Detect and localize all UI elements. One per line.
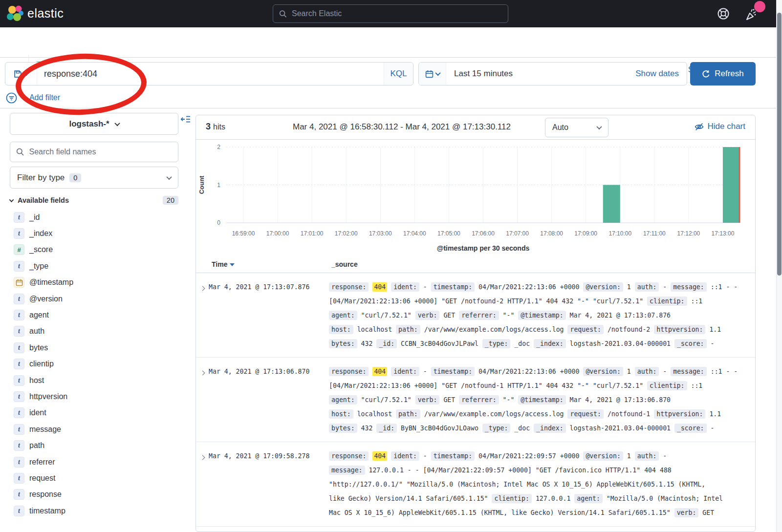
- field-name: auth: [29, 327, 44, 336]
- field-item-host[interactable]: thost: [10, 372, 178, 388]
- text-field-icon: t: [14, 391, 24, 402]
- histogram-bar[interactable]: [723, 147, 740, 223]
- field-name-chip: @version:: [583, 367, 623, 376]
- field-item-@version[interactable]: t@version: [10, 291, 178, 307]
- x-tick-label: 17:08:00: [540, 230, 563, 237]
- field-search-input[interactable]: [29, 148, 173, 156]
- x-tick-label: 17:12:00: [677, 230, 700, 237]
- field-name-chip: _type:: [482, 339, 511, 348]
- field-item-_id[interactable]: t_id: [10, 209, 178, 225]
- x-tick-label: 16:59:00: [232, 230, 255, 237]
- field-name-chip: message:: [671, 282, 707, 292]
- field-name-chip: _id:: [376, 339, 397, 348]
- field-name-chip: agent:: [329, 395, 357, 404]
- expand-row-icon[interactable]: [196, 449, 209, 520]
- field-name-chip: ident:: [391, 367, 419, 376]
- text-field-icon: t: [14, 407, 24, 418]
- field-name-chip: timestamp:: [431, 451, 475, 461]
- number-field-icon: #: [14, 244, 24, 255]
- query-language-button[interactable]: KQL: [384, 63, 413, 85]
- field-name-chip: referrer:: [459, 311, 499, 320]
- discover-page: elastic D Discover: [0, 0, 782, 532]
- field-item-clientip[interactable]: tclientip: [10, 356, 178, 372]
- refresh-icon: [702, 70, 710, 78]
- text-field-icon: t: [14, 424, 24, 435]
- field-name: request: [29, 474, 55, 483]
- text-field-icon: t: [14, 440, 24, 451]
- quick-select-button[interactable]: [419, 63, 446, 85]
- field-item-bytes[interactable]: tbytes: [10, 340, 178, 356]
- row-timestamp: Mar 4, 2021 @ 17:09:58.278: [209, 449, 329, 520]
- divider: [0, 108, 782, 108]
- field-name-chip: verb:: [415, 395, 440, 404]
- field-item-referrer[interactable]: treferrer: [10, 454, 178, 470]
- expand-row-icon[interactable]: [196, 364, 209, 435]
- add-filter-button[interactable]: + Add filter: [23, 93, 60, 102]
- field-name: clientip: [29, 360, 54, 368]
- scrollbar-thumb[interactable]: [777, 13, 782, 276]
- field-name-chip: _score:: [674, 339, 707, 348]
- show-dates-link[interactable]: Show dates: [635, 69, 679, 79]
- collapse-sidebar-icon[interactable]: [181, 115, 191, 123]
- field-item-httpversion[interactable]: thttpversion: [10, 388, 178, 404]
- hide-chart-button[interactable]: Hide chart: [695, 122, 745, 131]
- refresh-button[interactable]: Refresh: [690, 62, 756, 85]
- column-source: _source: [331, 260, 358, 268]
- field-name: _id: [29, 213, 40, 222]
- field-name: _score: [29, 245, 53, 254]
- field-item-timestamp[interactable]: ttimestamp: [10, 503, 178, 519]
- field-item-ident[interactable]: tident: [10, 405, 178, 421]
- field-name-chip: host:: [329, 325, 353, 334]
- saved-query-menu-button[interactable]: [5, 63, 37, 85]
- field-name-chip: httpversion:: [654, 325, 705, 334]
- field-name-chip: response:: [329, 451, 369, 461]
- field-name-chip: _score:: [674, 424, 707, 433]
- field-name: path: [29, 441, 44, 450]
- field-item-response[interactable]: tresponse: [10, 487, 178, 503]
- field-name-chip: agent:: [574, 494, 603, 503]
- chevron-down-icon: [435, 70, 440, 76]
- query-bar: KQL: [5, 62, 413, 85]
- available-fields-header[interactable]: Available fields 20: [10, 193, 178, 208]
- field-name-chip: timestamp:: [431, 367, 475, 376]
- row-source: response: 404 ident: - timestamp: 04/Mar…: [329, 449, 756, 520]
- field-item-_index[interactable]: t_index: [10, 225, 178, 241]
- column-time[interactable]: Time: [212, 260, 235, 268]
- field-name: _index: [29, 229, 52, 238]
- field-item-auth[interactable]: tauth: [10, 323, 178, 340]
- field-item-agent[interactable]: tagent: [10, 307, 178, 323]
- documents-table: Time _source Mar 4, 2021 @ 17:13:07.876r…: [196, 258, 756, 527]
- field-name-chip: _type:: [482, 424, 511, 433]
- chevron-down-icon: [23, 70, 29, 76]
- field-item-message[interactable]: tmessage: [10, 421, 178, 437]
- field-name-chip: @timestamp:: [518, 311, 565, 320]
- filter-by-type-select[interactable]: Filter by type 0: [10, 167, 178, 189]
- field-item-request[interactable]: trequest: [10, 470, 178, 486]
- filter-icon[interactable]: [6, 92, 17, 104]
- expand-row-icon[interactable]: [196, 280, 209, 351]
- field-item-_score[interactable]: #_score: [10, 242, 178, 258]
- field-item-path[interactable]: tpath: [10, 437, 178, 453]
- x-tick-label: 17:11:00: [643, 230, 666, 237]
- field-name-chip: _index:: [534, 339, 566, 348]
- histogram-bar[interactable]: [603, 185, 620, 223]
- date-picker-group: Last 15 minutes Show dates: [418, 62, 687, 85]
- field-item-@timestamp[interactable]: @timestamp: [10, 275, 178, 291]
- x-tick-label: 17:01:00: [301, 230, 324, 237]
- field-name-chip: response:: [329, 367, 369, 376]
- query-input[interactable]: [44, 69, 384, 79]
- global-search-input[interactable]: [292, 9, 502, 18]
- date-field-icon: [14, 277, 24, 288]
- y-tick-label: 2: [217, 144, 220, 150]
- field-item-_type[interactable]: t_type: [10, 258, 178, 274]
- time-range-value[interactable]: Last 15 minutes: [454, 69, 513, 79]
- x-tick-label: 17:07:00: [506, 230, 529, 237]
- field-name-chip: auth:: [635, 282, 659, 292]
- help-icon[interactable]: [717, 7, 730, 21]
- index-pattern-select[interactable]: logstash-*: [10, 113, 178, 135]
- histogram-chart: 16:59:0017:00:0017:01:0017:02:0017:03:00…: [196, 142, 756, 257]
- field-name-chip: referrer:: [459, 395, 499, 404]
- text-field-icon: t: [14, 228, 24, 239]
- global-search[interactable]: [273, 4, 508, 23]
- interval-select[interactable]: Auto: [545, 118, 608, 137]
